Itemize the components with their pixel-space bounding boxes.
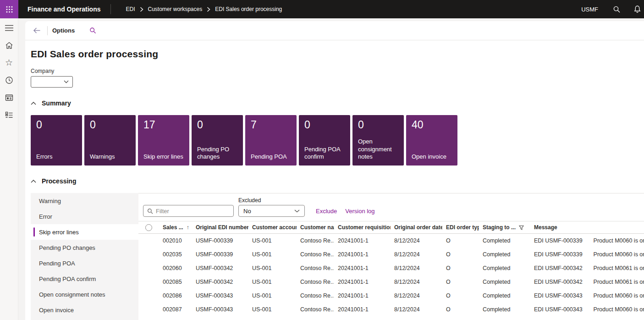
message-detail: Product M0061 is on hold. T [594, 265, 644, 271]
nav-item-label: Open invoice [39, 307, 74, 314]
breadcrumb-item[interactable]: EDI Sales order processing [215, 6, 282, 12]
filter-input[interactable] [156, 208, 230, 215]
processing-nav-item[interactable]: Skip error lines [31, 224, 138, 240]
message-id: EDI USMF-000339 [534, 251, 583, 258]
tile-label: Pending POA [251, 153, 291, 161]
excluded-dropdown[interactable]: No [238, 205, 305, 217]
column-header[interactable]: Customer account [248, 221, 297, 233]
message-id: EDI USMF-000342 [534, 279, 583, 285]
breadcrumb-item[interactable]: Customer workspaces [148, 6, 203, 12]
tile-count: 0 [304, 119, 345, 131]
collapse-chevron-icon[interactable] [31, 102, 36, 105]
nav-item-label: Pending POA [39, 260, 75, 267]
processing-nav-item[interactable]: Open consignment notes [31, 287, 138, 302]
summary-section-title: Summary [42, 99, 71, 107]
row-select-cell[interactable] [138, 289, 159, 303]
exclude-link[interactable]: Exclude [316, 208, 337, 215]
table-row[interactable]: 002035USMF-000339US-001Contoso Re...2024… [138, 248, 644, 261]
grid-cell: 8/12/2024 [391, 289, 442, 303]
app-title[interactable]: Finance and Operations [28, 6, 100, 13]
grid-cell: USMF-000339 [192, 234, 248, 248]
company-field-label: Company [31, 68, 644, 74]
company-picker[interactable]: USMF [581, 6, 598, 13]
grid-body: 002010USMF-000339US-001Contoso Re...2024… [138, 234, 644, 316]
nav-item-label: Pending POA confirm [39, 276, 96, 282]
home-icon[interactable] [5, 41, 13, 50]
summary-tile[interactable]: 0Errors [31, 115, 82, 166]
processing-nav-item[interactable]: Warning [31, 193, 138, 209]
column-header[interactable]: Customer name [297, 221, 334, 233]
bell-icon[interactable] [633, 5, 641, 13]
grid-cell: US-001 [248, 289, 297, 303]
row-select-cell[interactable] [138, 261, 159, 275]
workspaces-icon[interactable] [5, 94, 13, 102]
summary-tile[interactable]: 0Open consignment notes [352, 115, 404, 166]
processing-nav-item[interactable]: Error [31, 209, 138, 224]
tile-label: Open invoice [412, 153, 452, 161]
grid-cell: Contoso Re... [297, 248, 334, 261]
company-field-group: Company [31, 68, 644, 88]
topbar-divider [110, 4, 111, 14]
table-row[interactable]: 002087USMF-000343US-001Contoso Re...2024… [138, 303, 644, 316]
column-header[interactable]: Original EDI number [192, 221, 248, 233]
processing-nav-item[interactable]: Open invoice [31, 302, 138, 318]
column-header[interactable]: Staging to ... [479, 221, 530, 233]
action-bar-search-icon[interactable] [89, 27, 96, 34]
summary-tile[interactable]: 40Open invoice [406, 115, 457, 166]
row-select-cell[interactable] [138, 248, 159, 261]
collapse-chevron-icon[interactable] [31, 180, 36, 183]
options-menu[interactable]: Options [52, 27, 75, 34]
company-dropdown[interactable] [31, 76, 73, 88]
select-all-checkbox[interactable] [138, 221, 159, 233]
table-row[interactable]: 002086USMF-000343US-001Contoso Re...2024… [138, 289, 644, 303]
tile-label: Pending POA confirm [304, 146, 345, 161]
row-select-cell[interactable] [138, 275, 159, 289]
tile-count: 0 [90, 119, 130, 131]
processing-nav-item[interactable]: Pending POA [31, 255, 138, 271]
tile-count: 40 [412, 119, 452, 131]
breadcrumb-item[interactable]: EDI [126, 6, 135, 12]
column-header-label: Message [534, 224, 557, 231]
grid-cell: 8/12/2024 [391, 234, 442, 248]
app-launcher-button[interactable] [0, 0, 18, 18]
search-icon[interactable] [613, 6, 621, 13]
grid-cell: USMF-000343 [192, 303, 248, 316]
grid-cell: 002087 [159, 303, 192, 316]
column-header[interactable]: Customer requisition [334, 221, 391, 233]
grid-cell: US-001 [248, 234, 297, 248]
table-row[interactable]: 002010USMF-000339US-001Contoso Re...2024… [138, 234, 644, 248]
grid-cell: USMF-000343 [192, 289, 248, 303]
column-header[interactable]: Original order date [391, 221, 442, 233]
summary-tile[interactable]: 7Pending POA [245, 115, 297, 166]
back-arrow-icon[interactable] [31, 25, 43, 36]
row-select-cell[interactable] [138, 234, 159, 248]
summary-tile[interactable]: 0Pending PO changes [192, 115, 243, 166]
row-select-cell[interactable] [138, 303, 159, 316]
chevron-down-icon [64, 80, 69, 83]
recent-clock-icon[interactable] [5, 76, 13, 84]
table-row[interactable]: 002060USMF-000342US-001Contoso Re...2024… [138, 261, 644, 275]
column-header[interactable]: Message [530, 221, 644, 233]
table-row[interactable]: 002085USMF-000342US-001Contoso Re...2024… [138, 275, 644, 289]
column-header[interactable]: Sales ...↑ [159, 221, 192, 233]
chevron-right-icon [140, 7, 143, 12]
summary-tiles: 0Errors0Warnings17Skip error lines0Pendi… [31, 115, 644, 166]
menu-icon[interactable] [5, 24, 13, 32]
action-bar: Options [25, 21, 644, 40]
processing-nav-item[interactable]: Pending POA confirm [31, 271, 138, 287]
grid-cell-message: EDI USMF-000342Product M0061 is on hold.… [530, 275, 644, 289]
summary-tile[interactable]: 0Warnings [84, 115, 136, 166]
version-log-link[interactable]: Version log [345, 208, 374, 215]
page-gutter: Options EDI Sales order processing Compa… [18, 18, 644, 320]
grid-cell: Completed [479, 234, 530, 248]
grid-cell: 20241001-1 [334, 261, 391, 275]
grid-cell: USMF-000339 [192, 248, 248, 261]
summary-tile[interactable]: 0Pending POA confirm [299, 115, 350, 166]
chevron-down-icon [294, 210, 300, 213]
favorites-star-icon[interactable]: ☆ [5, 59, 13, 67]
message-detail: Product M0060 is on hold. [594, 251, 644, 258]
modules-list-icon[interactable] [5, 111, 13, 119]
column-header[interactable]: EDI order type [442, 221, 479, 233]
processing-nav-item[interactable]: Pending PO changes [31, 240, 138, 255]
summary-tile[interactable]: 17Skip error lines [138, 115, 189, 166]
